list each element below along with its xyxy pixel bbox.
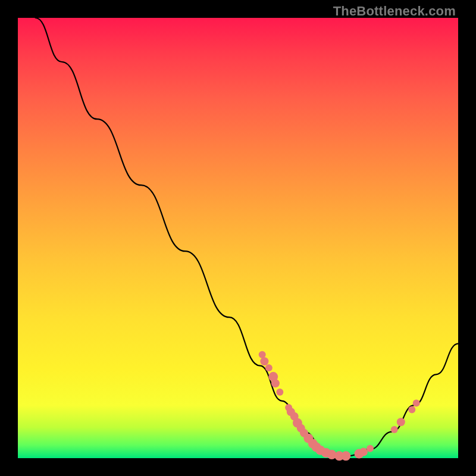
data-marker — [408, 406, 415, 414]
data-marker — [276, 389, 283, 396]
watermark-text: TheBottleneck.com — [333, 4, 456, 19]
data-marker — [341, 451, 350, 461]
data-marker — [367, 445, 374, 452]
data-marker — [397, 418, 405, 426]
data-marker — [359, 448, 368, 456]
chart-svg — [18, 18, 458, 458]
data-marker — [265, 364, 273, 371]
data-marker — [413, 400, 420, 407]
data-marker — [260, 357, 268, 365]
data-marker — [271, 379, 280, 387]
marker-group — [259, 351, 420, 461]
data-marker — [391, 426, 398, 433]
bottleneck-curve — [36, 18, 458, 456]
